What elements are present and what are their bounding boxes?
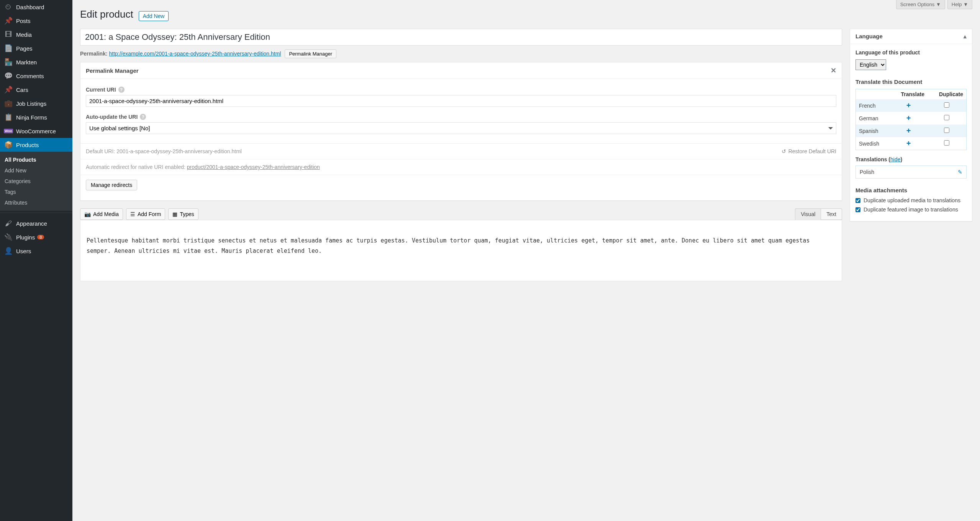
sidebar-item-label: Job Listings: [16, 100, 46, 107]
sidebar-item-label: Posts: [16, 18, 31, 24]
plus-icon[interactable]: +: [890, 99, 928, 112]
form-icon: ☰: [130, 211, 135, 217]
media-attachments-label: Media attachments: [855, 187, 967, 193]
calendar-icon: ▦: [172, 211, 177, 217]
add-media-button[interactable]: 📷Add Media: [80, 208, 123, 220]
sidebar-item-label: Plugins: [16, 234, 35, 241]
types-button[interactable]: ▦Types: [168, 208, 198, 220]
sidebar-item-plugins[interactable]: 🔌Plugins8: [0, 230, 72, 244]
sidebar-item-comments[interactable]: 💬Comments: [0, 69, 72, 83]
submenu-tags[interactable]: Tags: [0, 187, 72, 197]
sidebar-item-ninja-forms[interactable]: 📋Ninja Forms: [0, 110, 72, 124]
sidebar-item-label: Appearance: [16, 220, 47, 227]
translate-document-label: Translate this Document: [855, 79, 967, 85]
translation-row-french: French+: [856, 99, 967, 112]
submenu-all-products[interactable]: All Products: [0, 154, 72, 165]
add-new-button[interactable]: Add New: [139, 11, 169, 21]
duplicate-uploaded-checkbox[interactable]: Duplicate uploaded media to translations: [855, 197, 967, 203]
sidebar-item-woocommerce[interactable]: WooWooCommerce: [0, 124, 72, 138]
sidebar-item-label: Cars: [16, 87, 28, 93]
job-listings-icon: 💼: [5, 100, 12, 107]
submenu-attributes[interactable]: Attributes: [0, 197, 72, 208]
auto-update-select[interactable]: Use global settings [No]: [86, 122, 836, 134]
sidebar-item-products[interactable]: 📦Products: [0, 138, 72, 152]
sidebar-item-cars[interactable]: 📌Cars: [0, 83, 72, 97]
translation-row-german: German+: [856, 112, 967, 125]
translations-table: Translate Duplicate French+German+Spanis…: [855, 89, 967, 150]
plugins-icon: 🔌: [5, 233, 12, 241]
plus-icon[interactable]: +: [890, 112, 928, 125]
media-icon: 🎞: [5, 31, 12, 38]
language-of-product-label: Language of this product: [855, 49, 967, 56]
main-content: Screen Options ▼ Help ▼ Edit product Add…: [72, 0, 980, 521]
sidebar-item-label: Comments: [16, 73, 44, 79]
sidebar-item-label: Ninja Forms: [16, 114, 47, 121]
restore-icon: ↺: [782, 148, 786, 154]
sidebar-item-pages[interactable]: 📄Pages: [0, 41, 72, 55]
cars-icon: 📌: [5, 86, 12, 93]
sidebar-item-media[interactable]: 🎞Media: [0, 28, 72, 41]
duplicate-checkbox[interactable]: [944, 102, 949, 108]
submenu-categories[interactable]: Categories: [0, 176, 72, 187]
restore-default-uri[interactable]: ↺ Restore Default URI: [782, 148, 836, 154]
update-badge: 8: [37, 235, 44, 239]
sidebar-item-label: Dashboard: [16, 4, 44, 10]
screen-options-tab[interactable]: Screen Options ▼: [896, 0, 945, 9]
appearance-icon: 🖌: [5, 220, 12, 227]
permalink-link[interactable]: http://example.com/2001-a-space-odyssey-…: [109, 51, 281, 57]
dashboard-icon: ⏲: [5, 3, 12, 11]
current-uri-label: Current URI ?: [86, 87, 836, 93]
content-editor[interactable]: Pellentesque habitant morbi tristique se…: [80, 220, 842, 281]
duplicate-checkbox[interactable]: [944, 140, 949, 146]
sidebar-item-users[interactable]: 👤Users: [0, 244, 72, 258]
language-select[interactable]: English: [855, 59, 886, 70]
hide-translations-link[interactable]: hide: [890, 156, 900, 162]
language-box: Language ▴ Language of this product Engl…: [850, 29, 972, 221]
duplicate-featured-checkbox[interactable]: Duplicate featured image to translations: [855, 206, 967, 213]
sidebar-item-label: WooCommerce: [16, 128, 56, 134]
duplicate-checkbox[interactable]: [944, 128, 949, 133]
sidebar-item-label: Markten: [16, 59, 37, 66]
translation-row-spanish: Spanish+: [856, 125, 967, 137]
manage-redirects-button[interactable]: Manage redirects: [86, 180, 137, 190]
page-title: Edit product: [80, 0, 133, 20]
auto-update-label: Auto-update the URI ?: [86, 114, 836, 120]
tab-text[interactable]: Text: [821, 208, 842, 220]
add-form-button[interactable]: ☰Add Form: [126, 208, 165, 220]
translation-row-polish: Polish ✎: [855, 165, 967, 179]
sidebar-item-markten[interactable]: 🏪Markten: [0, 55, 72, 69]
product-title-input[interactable]: [80, 29, 842, 46]
ninja-forms-icon: 📋: [5, 113, 12, 121]
submenu-add-new[interactable]: Add New: [0, 165, 72, 176]
native-uri-link[interactable]: product/2001-a-space-odyssey-25th-annive…: [187, 164, 320, 170]
permalink-manager-title: Permalink Manager: [86, 67, 139, 74]
pages-icon: 📄: [5, 44, 12, 52]
collapse-icon[interactable]: ▴: [964, 33, 967, 40]
sidebar-item-job-listings[interactable]: 💼Job Listings: [0, 97, 72, 110]
pencil-icon[interactable]: ✎: [958, 169, 962, 175]
sidebar-item-dashboard[interactable]: ⏲Dashboard: [0, 0, 72, 14]
help-tab[interactable]: Help ▼: [947, 0, 972, 9]
products-icon: 📦: [5, 141, 12, 149]
users-icon: 👤: [5, 247, 12, 255]
plus-icon[interactable]: +: [890, 137, 928, 150]
woocommerce-icon: Woo: [5, 127, 12, 135]
close-icon[interactable]: ✕: [831, 66, 836, 75]
plus-icon[interactable]: +: [890, 125, 928, 137]
permalink-manager-box: Permalink Manager ✕ Current URI ? Auto-u…: [80, 62, 842, 201]
camera-icon: 📷: [84, 211, 91, 217]
tab-visual[interactable]: Visual: [795, 208, 821, 220]
current-uri-input[interactable]: [86, 95, 836, 107]
markten-icon: 🏪: [5, 58, 12, 66]
permalink-manager-button[interactable]: Permalink Manager: [285, 49, 336, 58]
permalink-row: Permalink: http://example.com/2001-a-spa…: [80, 46, 842, 62]
duplicate-checkbox[interactable]: [944, 115, 949, 120]
sidebar-item-appearance[interactable]: 🖌Appearance: [0, 216, 72, 230]
sidebar-item-posts[interactable]: 📌Posts: [0, 14, 72, 28]
help-icon[interactable]: ?: [140, 114, 146, 120]
sidebar-item-label: Media: [16, 31, 32, 38]
translation-row-swedish: Swedish+: [856, 137, 967, 150]
comments-icon: 💬: [5, 72, 12, 80]
help-icon[interactable]: ?: [118, 87, 125, 93]
sidebar-item-label: Products: [16, 142, 39, 148]
